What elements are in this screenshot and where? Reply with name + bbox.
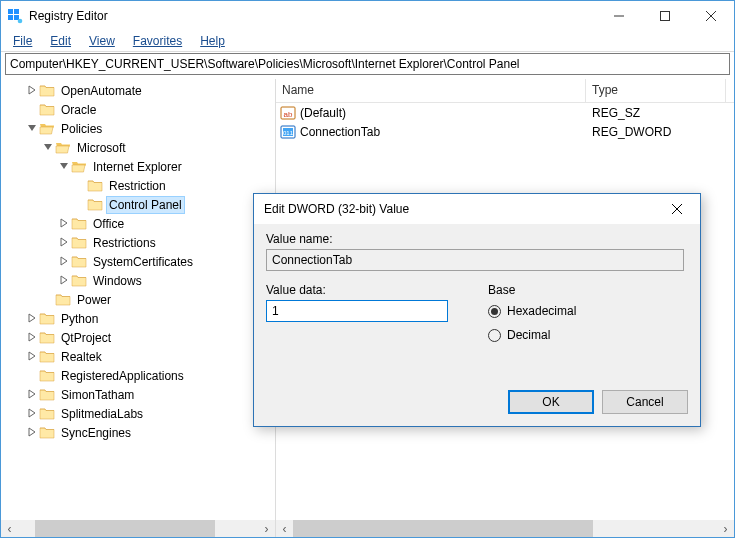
folder-icon xyxy=(71,235,87,251)
folder-icon xyxy=(39,406,55,422)
tree-twisty-icon[interactable] xyxy=(57,255,71,269)
cancel-button[interactable]: Cancel xyxy=(602,390,688,414)
folder-icon xyxy=(39,311,55,327)
scroll-track[interactable] xyxy=(293,520,717,537)
tree-item[interactable]: RegisteredApplications xyxy=(1,366,275,385)
tree-item[interactable]: Restriction xyxy=(1,176,275,195)
ok-button[interactable]: OK xyxy=(508,390,594,414)
folder-icon xyxy=(39,83,55,99)
tree-item[interactable]: Control Panel xyxy=(1,195,275,214)
folder-icon xyxy=(71,273,87,289)
scroll-right-button[interactable]: › xyxy=(717,520,734,537)
address-bar[interactable]: Computer\HKEY_CURRENT_USER\Software\Poli… xyxy=(5,53,730,75)
folder-icon xyxy=(71,216,87,232)
folder-icon xyxy=(39,349,55,365)
dialog-close-button[interactable] xyxy=(656,195,698,223)
tree-item[interactable]: Python xyxy=(1,309,275,328)
tree-item-label: Python xyxy=(59,311,100,327)
tree-item-label: Power xyxy=(75,292,113,308)
tree-item[interactable]: SyncEngines xyxy=(1,423,275,442)
tree-twisty-icon[interactable] xyxy=(25,122,39,136)
tree-item[interactable]: Power xyxy=(1,290,275,309)
tree-twisty-icon[interactable] xyxy=(25,84,39,98)
value-row[interactable]: 011ConnectionTabREG_DWORD xyxy=(276,122,734,141)
tree-item[interactable]: OpenAutomate xyxy=(1,81,275,100)
scroll-left-button[interactable]: ‹ xyxy=(1,520,18,537)
radio-hexadecimal[interactable]: Hexadecimal xyxy=(488,301,576,321)
value-data-input[interactable] xyxy=(266,300,448,322)
menu-favorites[interactable]: Favorites xyxy=(125,32,190,50)
svg-text:011: 011 xyxy=(283,130,294,136)
tree-twisty-icon[interactable] xyxy=(41,141,55,155)
folder-icon xyxy=(87,178,103,194)
tree-item-label: Restriction xyxy=(107,178,168,194)
tree-item[interactable]: Realtek xyxy=(1,347,275,366)
scroll-thumb[interactable] xyxy=(35,520,215,537)
close-button[interactable] xyxy=(688,1,734,31)
tree-twisty-icon[interactable] xyxy=(25,350,39,364)
maximize-button[interactable] xyxy=(642,1,688,31)
value-name-cell: 011ConnectionTab xyxy=(276,124,586,140)
tree-item[interactable]: Office xyxy=(1,214,275,233)
window-title: Registry Editor xyxy=(29,9,108,23)
svg-point-4 xyxy=(18,19,23,24)
menu-view[interactable]: View xyxy=(81,32,123,50)
base-section: Base Hexadecimal Decimal xyxy=(488,283,576,345)
tree-twisty-icon[interactable] xyxy=(25,312,39,326)
tree-item-label: SystemCertificates xyxy=(91,254,195,270)
tree-twisty-icon[interactable] xyxy=(57,274,71,288)
folder-icon xyxy=(39,387,55,403)
tree-twisty-icon[interactable] xyxy=(25,103,39,117)
tree-twisty-icon[interactable] xyxy=(25,388,39,402)
tree-twisty-icon[interactable] xyxy=(41,293,55,307)
tree-twisty-icon[interactable] xyxy=(25,407,39,421)
tree-item-label: QtProject xyxy=(59,330,113,346)
tree-item[interactable]: Policies xyxy=(1,119,275,138)
dialog-titlebar: Edit DWORD (32-bit) Value xyxy=(254,194,700,224)
tree-item-label: SplitmediaLabs xyxy=(59,406,145,422)
tree-twisty-icon[interactable] xyxy=(25,331,39,345)
list-horizontal-scrollbar[interactable]: ‹ › xyxy=(276,520,734,537)
tree-horizontal-scrollbar[interactable]: ‹ › xyxy=(1,520,275,537)
value-row[interactable]: ab(Default)REG_SZ xyxy=(276,103,734,122)
tree-item[interactable]: SimonTatham xyxy=(1,385,275,404)
dialog-buttons: OK Cancel xyxy=(508,390,688,414)
menu-help[interactable]: Help xyxy=(192,32,233,50)
folder-icon xyxy=(87,197,103,213)
tree-twisty-icon[interactable] xyxy=(73,198,87,212)
radio-hex-label: Hexadecimal xyxy=(507,304,576,318)
tree-item[interactable]: Microsoft xyxy=(1,138,275,157)
tree-item[interactable]: Internet Explorer xyxy=(1,157,275,176)
svg-rect-3 xyxy=(14,15,19,20)
scroll-track[interactable] xyxy=(18,520,258,537)
column-name[interactable]: Name xyxy=(276,79,586,102)
folder-icon xyxy=(39,330,55,346)
tree-twisty-icon[interactable] xyxy=(57,236,71,250)
radio-decimal[interactable]: Decimal xyxy=(488,325,576,345)
svg-text:ab: ab xyxy=(284,109,293,118)
tree-item[interactable]: Windows xyxy=(1,271,275,290)
tree-twisty-icon[interactable] xyxy=(25,426,39,440)
minimize-button[interactable] xyxy=(596,1,642,31)
tree-twisty-icon[interactable] xyxy=(57,160,71,174)
tree-view[interactable]: OpenAutomateOraclePoliciesMicrosoftInter… xyxy=(1,79,275,520)
tree-item[interactable]: SystemCertificates xyxy=(1,252,275,271)
tree-twisty-icon[interactable] xyxy=(25,369,39,383)
tree-item[interactable]: QtProject xyxy=(1,328,275,347)
tree-item[interactable]: Oracle xyxy=(1,100,275,119)
tree-item[interactable]: SplitmediaLabs xyxy=(1,404,275,423)
scroll-thumb[interactable] xyxy=(293,520,593,537)
menu-edit[interactable]: Edit xyxy=(42,32,79,50)
menu-file[interactable]: File xyxy=(5,32,40,50)
scroll-right-button[interactable]: › xyxy=(258,520,275,537)
titlebar: Registry Editor xyxy=(1,1,734,31)
edit-dword-dialog: Edit DWORD (32-bit) Value Value name: Co… xyxy=(253,193,701,427)
column-type[interactable]: Type xyxy=(586,79,726,102)
tree-item-label: Restrictions xyxy=(91,235,158,251)
scroll-left-button[interactable]: ‹ xyxy=(276,520,293,537)
registry-editor-window: Registry Editor File Edit View Favorites… xyxy=(0,0,735,538)
tree-twisty-icon[interactable] xyxy=(57,217,71,231)
tree-item[interactable]: Restrictions xyxy=(1,233,275,252)
tree-twisty-icon[interactable] xyxy=(73,179,87,193)
value-name-label: Value name: xyxy=(266,232,688,246)
